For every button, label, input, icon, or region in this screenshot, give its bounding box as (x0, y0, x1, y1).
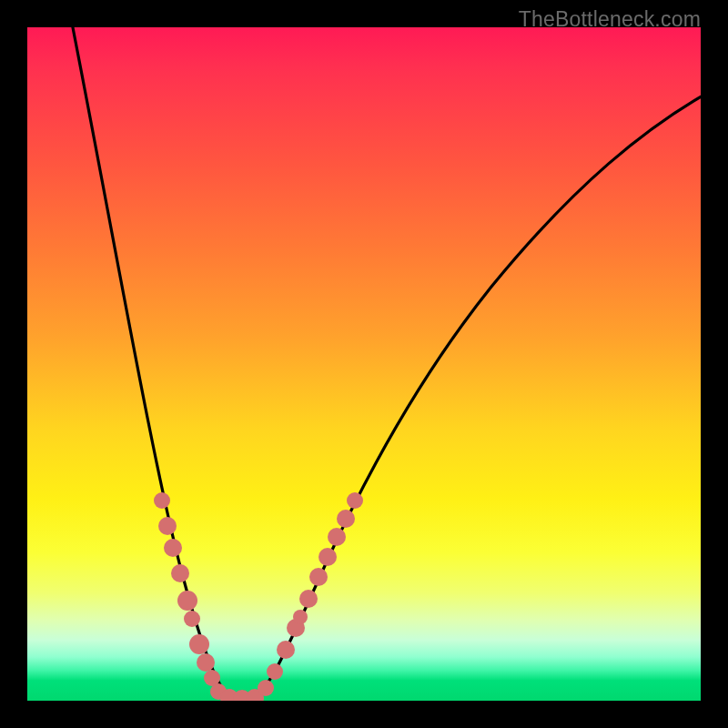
data-dot (184, 611, 200, 627)
data-dot (337, 510, 355, 528)
curve-right-branch (255, 86, 701, 698)
data-dot (277, 641, 295, 659)
data-dot (267, 663, 283, 680)
data-dot (309, 568, 328, 586)
chart-overlay (27, 27, 701, 701)
data-dot (258, 680, 274, 696)
data-dot (154, 492, 170, 509)
curve-group (71, 27, 701, 698)
data-dot (158, 517, 177, 535)
data-dot (171, 564, 189, 582)
data-dot (197, 653, 215, 672)
data-dot (318, 548, 337, 566)
data-dot (293, 610, 308, 624)
data-dot (299, 590, 318, 608)
data-dot (347, 492, 363, 509)
data-dot (189, 634, 209, 654)
curve-left-branch (71, 27, 229, 698)
watermark-text: TheBottleneck.com (519, 7, 701, 32)
data-dot (177, 591, 197, 611)
data-dot (328, 528, 346, 546)
dot-group (154, 492, 363, 701)
data-dot (164, 539, 182, 557)
chart-frame (27, 27, 701, 701)
